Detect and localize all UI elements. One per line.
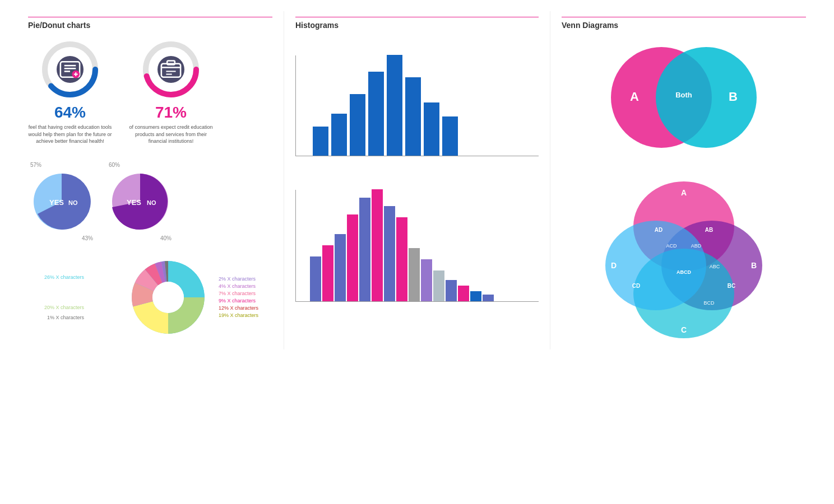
hist2-bar-13 [458, 286, 469, 301]
hist1-bar-7 [424, 102, 439, 156]
venn2-both-label: Both [675, 91, 692, 99]
donut-multi-chart [123, 253, 213, 342]
svg-text:YES: YES [49, 198, 64, 207]
venn4-abcd-label: ABCD [677, 269, 691, 275]
histogram-2 [295, 184, 539, 307]
donut-multi-legend-left: 26% X characters 20% X characters 1% X c… [28, 274, 84, 320]
venn4-abd-label: ABD [691, 243, 702, 249]
svg-point-25 [152, 282, 184, 313]
hist2-bar-15 [483, 295, 494, 301]
venn4-c-label: C [681, 325, 687, 334]
venn4-cd-label: CD [632, 283, 640, 289]
donut-chart-1: 64% feel that having credit education to… [28, 39, 112, 145]
hist2-bar-6 [372, 189, 383, 301]
main-grid: Pie/Donut charts [0, 0, 834, 361]
legend-12: 12% X characters [219, 305, 263, 311]
hist2-bar-8 [396, 217, 407, 301]
venn-section: Venn Diagrams A B Both [550, 11, 817, 349]
venn4-abc-label: ABC [710, 264, 720, 269]
svg-point-27 [656, 47, 757, 148]
pie1-nopct: 57% [30, 162, 41, 168]
venn4-bcd-label: BCD [703, 300, 715, 306]
venn4-a-label: A [681, 188, 687, 197]
legend-7: 7% X characters [219, 291, 263, 296]
donut2-desc: of consumers expect credit education pro… [129, 124, 213, 145]
venn4-acd-label: ACD [666, 243, 677, 249]
legend-2: 2% X characters [219, 276, 263, 282]
hist2-bar-14 [470, 291, 481, 301]
hist1-bar-8 [442, 116, 458, 156]
hist2-bar-11 [433, 270, 444, 301]
venn2-a-label: A [630, 90, 639, 104]
pie-chart-2: 60% YES NO 40% [106, 162, 174, 241]
svg-rect-11 [161, 64, 180, 77]
donut1-percent: 64% [54, 104, 86, 122]
venn-2-diagram: A B Both [562, 41, 806, 153]
pie2-yespct: 60% [109, 162, 120, 168]
pie-section-divider [28, 17, 272, 17]
svg-rect-13 [167, 61, 175, 65]
pie-donut-section: Pie/Donut charts [17, 11, 284, 349]
hist1-bar-3 [350, 94, 365, 156]
hist1-bar-1 [313, 127, 328, 156]
legend-1: 1% X characters [28, 315, 84, 320]
donut-wrap-2 [140, 39, 202, 100]
venn-section-title: Venn Diagrams [562, 21, 806, 33]
hist2-bar-4 [347, 214, 358, 301]
legend-20: 20% X characters [28, 305, 84, 310]
venn2-b-label: B [729, 90, 738, 104]
pie2-nopct: 40% [160, 235, 172, 241]
svg-text:YES: YES [127, 198, 141, 207]
donut2-percent: 71% [155, 104, 187, 122]
pie-charts-row: 57% YES NO 43% 60% YES NO [28, 162, 272, 241]
hist2-bar-7 [384, 206, 395, 301]
hist2-bar-12 [446, 280, 457, 301]
hist1-bar-2 [331, 114, 347, 156]
hist1-bar-4 [368, 72, 384, 156]
histogram-section: Histograms [284, 11, 550, 349]
donut-icon-1 [57, 56, 84, 83]
svg-text:NO: NO [68, 199, 78, 206]
hist2-bar-5 [359, 198, 370, 301]
donut1-desc: feel that having credit education tools … [28, 124, 112, 145]
venn4-b-label: B [751, 261, 757, 270]
venn4-bc-label: BC [728, 283, 735, 289]
venn4-ad-label: AD [655, 227, 662, 233]
donut-multi-legend-right: 2% X characters 4% X characters 7% X cha… [219, 276, 263, 318]
donut-top-row: 64% feel that having credit education to… [28, 39, 272, 145]
venn-section-divider [562, 17, 806, 17]
svg-text:NO: NO [147, 199, 156, 206]
pie1-yespct: 43% [82, 235, 93, 241]
hist-section-title: Histograms [295, 21, 539, 33]
donut-wrap-1 [39, 39, 101, 100]
venn-4-diagram: A B C D AB AD BC CD ABD ACD BCD ABC ABCD [562, 165, 806, 344]
hist2-bar-10 [421, 259, 432, 301]
legend-9: 9% X characters [219, 298, 263, 304]
histogram-1 [295, 50, 539, 162]
venn4-ab-label: AB [705, 227, 713, 233]
pie-chart-1: 57% YES NO 43% [28, 162, 95, 241]
donut-multi-row: 26% X characters 20% X characters 1% X c… [28, 253, 272, 342]
venn4-d-label: D [611, 261, 617, 270]
hist2-bar-9 [409, 248, 420, 301]
hist1-bar-5 [387, 55, 402, 156]
svg-point-31 [605, 221, 706, 310]
legend-4: 4% X characters [219, 283, 263, 289]
donut-chart-2: 71% of consumers expect credit education… [129, 39, 213, 145]
hist2-bar-1 [310, 256, 321, 301]
donut-icon-2 [157, 56, 184, 83]
pie-section-title: Pie/Donut charts [28, 21, 272, 33]
hist2-bar-3 [335, 234, 346, 301]
hist2-bar-2 [322, 245, 333, 301]
legend-26: 26% X characters [28, 274, 84, 280]
legend-19: 19% X characters [219, 312, 263, 318]
hist-section-divider [295, 17, 539, 17]
hist1-bar-6 [405, 77, 421, 156]
